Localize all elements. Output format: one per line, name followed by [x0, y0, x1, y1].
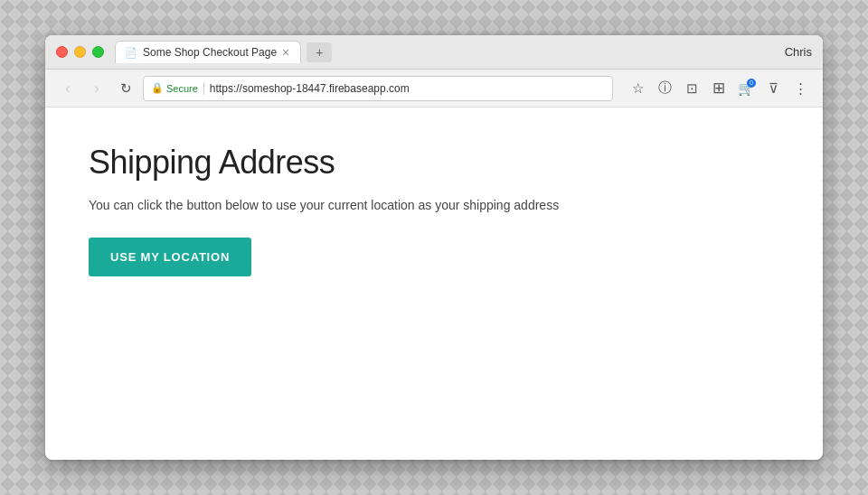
funnel-icon[interactable]: ⊽	[761, 77, 785, 100]
page-description: You can click the button below to use yo…	[89, 198, 779, 212]
tab-close-button[interactable]: ×	[282, 46, 289, 59]
lock-icon: 🔒	[151, 82, 164, 94]
user-name: Chris	[785, 45, 812, 59]
maximize-window-button[interactable]	[92, 46, 104, 58]
new-tab-button[interactable]: +	[307, 42, 332, 62]
forward-icon: ›	[94, 80, 99, 97]
title-bar: 📄 Some Shop Checkout Page × + Chris	[45, 35, 823, 70]
secure-indicator: 🔒 Secure	[151, 82, 198, 94]
refresh-icon: ↻	[120, 80, 132, 97]
close-window-button[interactable]	[56, 46, 68, 58]
page-heading: Shipping Address	[89, 144, 779, 182]
layers-icon[interactable]: ⊞	[707, 77, 731, 100]
more-options-icon[interactable]: ⋮	[788, 77, 812, 100]
secure-label: Secure	[166, 83, 198, 94]
tab-title: Some Shop Checkout Page	[143, 46, 277, 59]
url-text: https://someshop-18447.firebaseapp.com	[210, 82, 605, 95]
traffic-lights	[56, 46, 104, 58]
use-location-button[interactable]: USE MY LOCATION	[89, 238, 251, 276]
extension1-icon[interactable]: ⊡	[680, 77, 703, 100]
page-content: Shipping Address You can click the butto…	[45, 107, 823, 460]
toolbar: ‹ › ↻ 🔒 Secure https://someshop-18447.fi…	[45, 70, 823, 107]
info-icon[interactable]: ⓘ	[653, 77, 676, 100]
tab-icon: 📄	[125, 47, 137, 59]
back-button[interactable]: ‹	[56, 77, 80, 100]
url-divider	[203, 82, 204, 95]
refresh-button[interactable]: ↻	[114, 77, 137, 100]
tab-bar: 📄 Some Shop Checkout Page × +	[115, 41, 785, 63]
cart-extension-icon[interactable]: 🛒 0	[734, 77, 758, 100]
active-tab[interactable]: 📄 Some Shop Checkout Page ×	[115, 41, 301, 63]
toolbar-icons: ☆ ⓘ ⊡ ⊞ 🛒 0 ⊽ ⋮	[626, 77, 812, 100]
back-icon: ‹	[65, 80, 70, 97]
cart-badge: 0	[747, 79, 756, 88]
address-bar[interactable]: 🔒 Secure https://someshop-18447.firebase…	[143, 76, 613, 101]
browser-window: 📄 Some Shop Checkout Page × + Chris ‹ › …	[45, 35, 823, 460]
bookmark-icon[interactable]: ☆	[626, 77, 649, 100]
forward-button[interactable]: ›	[85, 77, 108, 100]
minimize-window-button[interactable]	[74, 46, 86, 58]
